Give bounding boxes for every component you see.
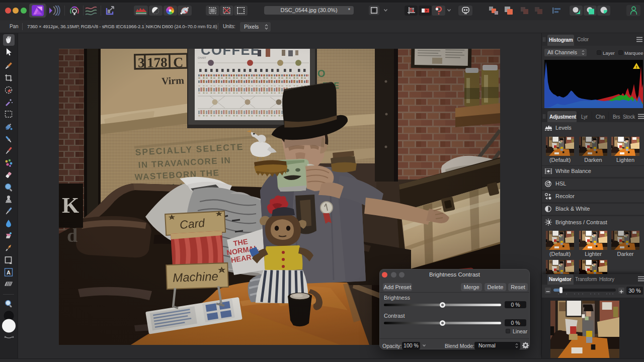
svg-text:!: ! (636, 65, 637, 69)
svg-text:A: A (7, 269, 11, 276)
